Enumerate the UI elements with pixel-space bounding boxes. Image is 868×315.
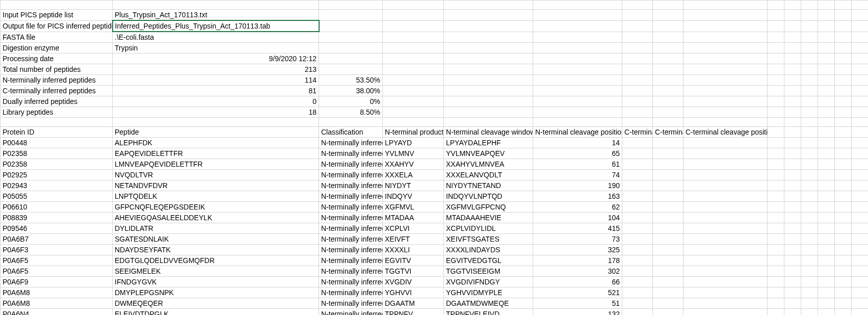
cell[interactable]: XXAHYVLMNVEA: [444, 159, 533, 170]
cell[interactable]: NVQDLTVR: [113, 170, 319, 180]
cell[interactable]: [768, 277, 784, 287]
cell[interactable]: P02358: [1, 148, 113, 159]
cell[interactable]: [784, 191, 801, 202]
cell[interactable]: [818, 75, 835, 86]
cell[interactable]: [835, 266, 852, 277]
cell[interactable]: [683, 32, 768, 43]
cell[interactable]: [768, 255, 784, 266]
cell[interactable]: [852, 255, 869, 266]
cell[interactable]: [835, 96, 852, 107]
cell[interactable]: 62: [533, 202, 622, 213]
cell[interactable]: NIYDYT: [383, 180, 444, 191]
cell[interactable]: [835, 127, 852, 138]
cell[interactable]: [784, 234, 801, 245]
cell[interactable]: [444, 10, 533, 21]
cell[interactable]: 415: [533, 223, 622, 234]
cell[interactable]: [622, 96, 653, 107]
cell[interactable]: [768, 107, 784, 118]
cell[interactable]: N-terminal cleavage window: [444, 127, 533, 138]
cell[interactable]: [768, 223, 784, 234]
cell[interactable]: 18: [113, 107, 319, 118]
cell[interactable]: [818, 20, 835, 32]
cell[interactable]: 81: [113, 86, 319, 96]
cell[interactable]: [801, 298, 818, 309]
cell[interactable]: [444, 96, 533, 107]
cell[interactable]: [835, 191, 852, 202]
cell[interactable]: [801, 86, 818, 96]
cell[interactable]: [818, 202, 835, 213]
cell[interactable]: [818, 255, 835, 266]
cell[interactable]: [319, 54, 383, 64]
cell[interactable]: [622, 309, 653, 316]
cell[interactable]: GFPCNQFLEQEPGSDEEIK: [113, 202, 319, 213]
cell[interactable]: ALEPHFDK: [113, 138, 319, 148]
cell[interactable]: [768, 138, 784, 148]
cell[interactable]: [533, 118, 622, 127]
cell[interactable]: [852, 64, 869, 75]
cell[interactable]: [784, 96, 801, 107]
cell[interactable]: [622, 75, 653, 86]
cell[interactable]: XVGDIVIFNDGY: [444, 277, 533, 287]
cell[interactable]: [533, 64, 622, 75]
cell[interactable]: 53.50%: [319, 75, 383, 86]
cell[interactable]: [835, 107, 852, 118]
cell[interactable]: [784, 223, 801, 234]
cell[interactable]: C-terminally inferred peptides: [1, 86, 113, 96]
cell[interactable]: [835, 255, 852, 266]
cell[interactable]: [683, 159, 768, 170]
cell[interactable]: [533, 54, 622, 64]
cell[interactable]: [683, 107, 768, 118]
cell[interactable]: [835, 159, 852, 170]
cell[interactable]: [784, 309, 801, 316]
cell[interactable]: [801, 96, 818, 107]
cell[interactable]: [653, 287, 683, 298]
cell[interactable]: 0: [113, 96, 319, 107]
cell[interactable]: [784, 118, 801, 127]
cell[interactable]: [835, 298, 852, 309]
cell[interactable]: [852, 170, 869, 180]
cell[interactable]: [835, 223, 852, 234]
cell[interactable]: N-terminally inferred: [319, 277, 383, 287]
cell[interactable]: [818, 159, 835, 170]
cell[interactable]: 74: [533, 170, 622, 180]
cell[interactable]: [784, 245, 801, 255]
cell[interactable]: LNPTQDELK: [113, 191, 319, 202]
cell[interactable]: XVGDIV: [383, 277, 444, 287]
cell[interactable]: [653, 266, 683, 277]
cell[interactable]: [852, 202, 869, 213]
cell[interactable]: XXXXLI: [383, 245, 444, 255]
cell[interactable]: 0%: [319, 96, 383, 107]
cell[interactable]: [683, 287, 768, 298]
cell[interactable]: [683, 266, 768, 277]
cell[interactable]: [622, 54, 653, 64]
cell[interactable]: AHEVIEGQASALEELDDEYLK: [113, 213, 319, 223]
cell[interactable]: Library peptides: [1, 107, 113, 118]
cell[interactable]: [622, 138, 653, 148]
cell[interactable]: N-terminally inferred: [319, 298, 383, 309]
cell[interactable]: [319, 32, 383, 43]
cell[interactable]: N-terminally inferred: [319, 287, 383, 298]
cell[interactable]: [784, 170, 801, 180]
cell[interactable]: [533, 32, 622, 43]
cell[interactable]: [622, 86, 653, 96]
cell[interactable]: P02943: [1, 180, 113, 191]
cell[interactable]: [818, 32, 835, 43]
cell[interactable]: [683, 54, 768, 64]
cell[interactable]: Protein ID: [1, 127, 113, 138]
cell[interactable]: [801, 75, 818, 86]
cell[interactable]: [444, 75, 533, 86]
cell[interactable]: [768, 202, 784, 213]
cell[interactable]: TGGTVI: [383, 266, 444, 277]
cell[interactable]: 302: [533, 266, 622, 277]
cell[interactable]: [653, 223, 683, 234]
cell[interactable]: INDQYVLNPTQD: [444, 191, 533, 202]
cell[interactable]: [784, 159, 801, 170]
cell[interactable]: 521: [533, 287, 622, 298]
cell[interactable]: [653, 255, 683, 266]
cell[interactable]: [653, 1, 683, 10]
cell[interactable]: [653, 75, 683, 86]
cell[interactable]: [622, 32, 653, 43]
cell[interactable]: [818, 127, 835, 138]
cell[interactable]: [683, 277, 768, 287]
cell[interactable]: [653, 159, 683, 170]
